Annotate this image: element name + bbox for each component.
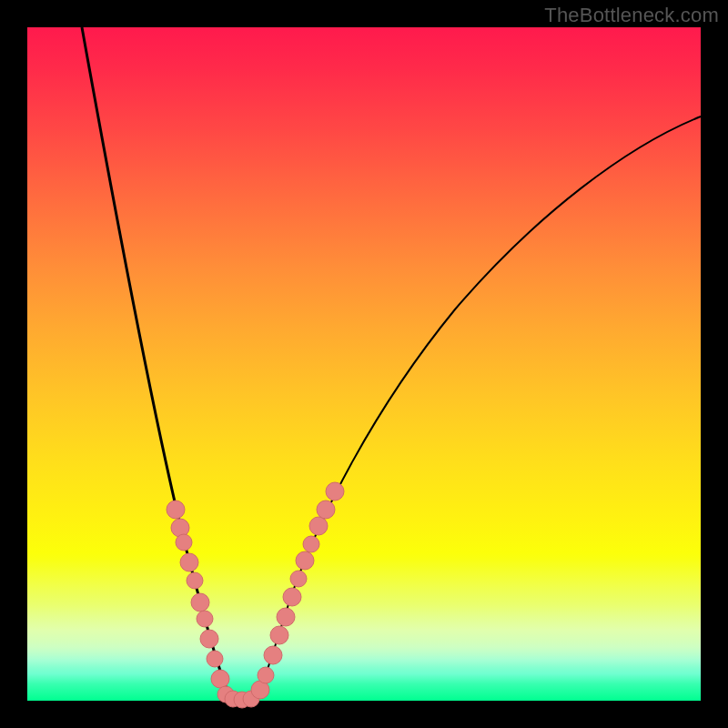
- data-marker: [296, 551, 314, 570]
- data-marker: [191, 593, 209, 612]
- data-marker: [187, 572, 203, 589]
- marker-group: [167, 482, 344, 708]
- data-marker: [197, 611, 213, 627]
- data-marker: [180, 553, 198, 571]
- watermark-text: TheBottleneck.com: [544, 4, 719, 27]
- data-marker: [258, 667, 274, 683]
- chart-frame: TheBottleneck.com: [0, 0, 728, 728]
- data-marker: [176, 534, 192, 551]
- data-marker: [283, 588, 301, 606]
- chart-svg: [27, 27, 701, 701]
- data-marker: [270, 626, 288, 644]
- right-curve: [257, 116, 701, 701]
- data-marker: [290, 571, 307, 587]
- data-marker: [211, 670, 229, 688]
- data-marker: [309, 517, 328, 535]
- data-marker: [303, 536, 319, 552]
- data-marker: [167, 500, 185, 519]
- data-marker: [200, 630, 218, 648]
- data-marker: [277, 608, 295, 626]
- chart-plot-area: [27, 27, 701, 701]
- data-marker: [326, 482, 344, 500]
- data-marker: [317, 500, 335, 519]
- data-marker: [207, 651, 223, 667]
- data-marker: [264, 646, 282, 664]
